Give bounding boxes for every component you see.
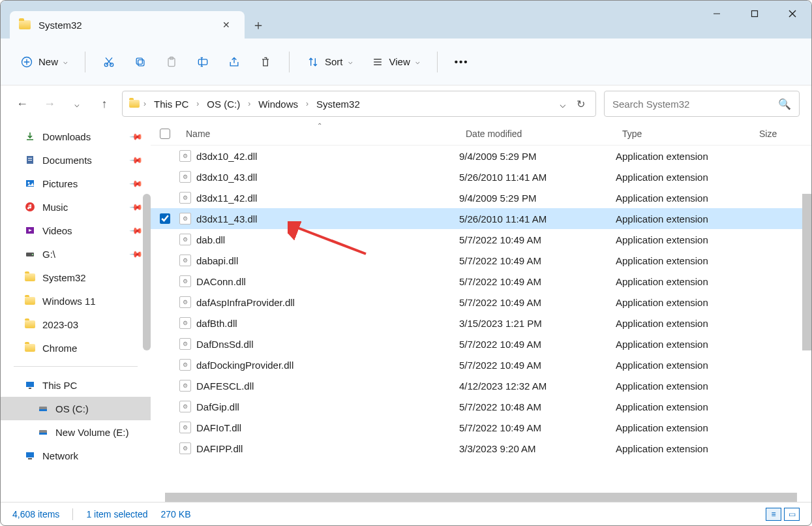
- file-name-cell[interactable]: ⚙DafDnsSd.dll: [179, 338, 459, 350]
- separator: [72, 508, 73, 520]
- download-icon: [24, 131, 36, 142]
- file-name-cell[interactable]: ⚙dafAspInfraProvider.dll: [179, 296, 459, 308]
- thumbnails-view-button[interactable]: ▭: [784, 508, 800, 521]
- search-icon[interactable]: 🔍: [778, 98, 791, 110]
- sidebar-item[interactable]: Videos📌: [1, 219, 151, 242]
- search-box[interactable]: 🔍: [604, 91, 800, 117]
- file-name-cell[interactable]: ⚙DAFESCL.dll: [179, 380, 459, 392]
- column-type[interactable]: Type: [616, 129, 753, 139]
- dll-file-icon: ⚙: [179, 234, 191, 245]
- details-view-button[interactable]: ≡: [766, 508, 781, 521]
- tab-close-button[interactable]: ✕: [217, 17, 235, 33]
- file-row[interactable]: ⚙DAFESCL.dll 4/12/2023 12:32 AM Applicat…: [151, 375, 811, 396]
- file-date-cell: 5/7/2022 10:49 AM: [459, 297, 616, 308]
- select-all-checkbox[interactable]: [151, 129, 179, 139]
- back-button[interactable]: ←: [12, 94, 32, 114]
- file-name-cell[interactable]: ⚙DafGip.dll: [179, 401, 459, 412]
- view-button[interactable]: View ⌵: [365, 52, 427, 72]
- sidebar-item[interactable]: Chrome: [1, 336, 151, 360]
- paste-button[interactable]: [158, 52, 185, 72]
- row-checkbox[interactable]: [151, 213, 179, 224]
- new-tab-button[interactable]: ＋: [245, 11, 272, 39]
- copy-button[interactable]: [127, 52, 153, 72]
- close-button[interactable]: [774, 1, 811, 27]
- cut-button[interactable]: [96, 52, 122, 72]
- file-name-cell[interactable]: ⚙d3dx11_42.dll: [179, 192, 459, 204]
- navigation-pane[interactable]: Downloads📌Documents📌Pictures📌Music📌Video…: [1, 122, 151, 502]
- file-row[interactable]: ⚙DafDnsSd.dll 5/7/2022 10:49 AM Applicat…: [151, 333, 811, 354]
- minimize-button[interactable]: [698, 1, 736, 27]
- sidebar-item[interactable]: Music📌: [1, 195, 151, 219]
- more-button[interactable]: •••: [448, 52, 475, 71]
- file-row[interactable]: ⚙DAFIoT.dll 5/7/2022 10:49 AM Applicatio…: [151, 417, 811, 438]
- rename-button[interactable]: [190, 52, 216, 72]
- sidebar-scrollbar[interactable]: [143, 194, 151, 350]
- refresh-button[interactable]: ↻: [573, 95, 589, 113]
- file-row[interactable]: ⚙dab.dll 5/7/2022 10:49 AM Application e…: [151, 229, 811, 250]
- share-button[interactable]: [221, 52, 247, 72]
- address-bar[interactable]: › This PC › OS (C:) › Windows › System32…: [122, 91, 596, 117]
- dll-file-icon: ⚙: [179, 296, 191, 308]
- file-name-cell[interactable]: ⚙dafDockingProvider.dll: [179, 359, 459, 371]
- new-button[interactable]: New ⌵: [14, 52, 74, 72]
- file-name-cell[interactable]: ⚙DAFIoT.dll: [179, 422, 459, 433]
- file-name-cell[interactable]: ⚙dab.dll: [179, 234, 459, 245]
- sidebar-item[interactable]: Documents📌: [1, 148, 151, 172]
- file-name-cell[interactable]: ⚙dafBth.dll: [179, 317, 459, 329]
- file-date-cell: 5/7/2022 10:49 AM: [459, 422, 616, 433]
- command-toolbar: New ⌵ Sort ⌵ View ⌵ •••: [1, 39, 811, 85]
- file-row[interactable]: ⚙d3dx11_42.dll 9/4/2009 5:29 PM Applicat…: [151, 187, 811, 208]
- file-row[interactable]: ⚙DafGip.dll 5/7/2022 10:48 AM Applicatio…: [151, 396, 811, 417]
- breadcrumb-system32[interactable]: System32: [312, 96, 364, 112]
- sidebar-item[interactable]: Pictures📌: [1, 172, 151, 195]
- address-dropdown-button[interactable]: ⌵: [556, 95, 570, 113]
- sidebar-item[interactable]: This PC: [1, 373, 151, 397]
- breadcrumb-os-c[interactable]: OS (C:): [203, 96, 244, 112]
- active-tab[interactable]: System32 ✕: [10, 11, 245, 39]
- pin-icon: 📌: [129, 200, 143, 214]
- file-name-cell[interactable]: ⚙d3dx11_43.dll: [179, 213, 459, 224]
- file-row[interactable]: ⚙d3dx10_42.dll 9/4/2009 5:29 PM Applicat…: [151, 146, 811, 166]
- breadcrumb-this-pc[interactable]: This PC: [150, 96, 192, 112]
- search-input[interactable]: [612, 99, 778, 110]
- file-name-cell[interactable]: ⚙DAFIPP.dll: [179, 442, 459, 454]
- recent-button[interactable]: ⌵: [67, 94, 87, 114]
- file-row[interactable]: ⚙dafDockingProvider.dll 5/7/2022 10:49 A…: [151, 354, 811, 375]
- forward-button[interactable]: →: [40, 94, 59, 114]
- file-row[interactable]: ⚙d3dx10_43.dll 5/26/2010 11:41 AM Applic…: [151, 166, 811, 187]
- file-name-cell[interactable]: ⚙DAConn.dll: [179, 275, 459, 287]
- file-row[interactable]: ⚙DAFIPP.dll 3/3/2023 9:20 AM Application…: [151, 438, 811, 459]
- sidebar-item[interactable]: Downloads📌: [1, 125, 151, 148]
- column-date[interactable]: Date modified: [459, 129, 616, 139]
- vertical-scrollbar[interactable]: [802, 194, 811, 350]
- file-name-cell[interactable]: ⚙d3dx10_43.dll: [179, 171, 459, 183]
- column-name[interactable]: ⌃Name: [179, 129, 459, 139]
- file-name-cell[interactable]: ⚙d3dx10_42.dll: [179, 150, 459, 162]
- sidebar-item[interactable]: OS (C:): [1, 397, 151, 420]
- up-button[interactable]: ↑: [95, 94, 114, 114]
- sort-button[interactable]: Sort ⌵: [300, 52, 359, 72]
- sidebar-item[interactable]: G:\📌: [1, 242, 151, 266]
- file-name: d3dx10_43.dll: [196, 172, 257, 183]
- file-row[interactable]: ⚙dafBth.dll 3/15/2023 1:21 PM Applicatio…: [151, 313, 811, 333]
- sidebar-item[interactable]: System32: [1, 266, 151, 289]
- sidebar-item[interactable]: Windows 11: [1, 289, 151, 313]
- sidebar-item-label: Music: [42, 202, 68, 213]
- breadcrumb-windows[interactable]: Windows: [254, 96, 302, 112]
- sidebar-item[interactable]: New Volume (E:): [1, 420, 151, 444]
- maximize-button[interactable]: [736, 1, 774, 27]
- file-row[interactable]: ⚙dabapi.dll 5/7/2022 10:49 AM Applicatio…: [151, 250, 811, 271]
- horizontal-scrollbar[interactable]: [165, 493, 797, 502]
- file-name: DAFIPP.dll: [196, 443, 243, 454]
- delete-button[interactable]: [252, 52, 278, 72]
- sidebar-item-label: System32: [42, 272, 86, 283]
- file-name: dabapi.dll: [196, 255, 238, 266]
- file-name-cell[interactable]: ⚙dabapi.dll: [179, 255, 459, 266]
- file-type-cell: Application extension: [616, 401, 753, 412]
- file-row[interactable]: ⚙d3dx11_43.dll 5/26/2010 11:41 AM Applic…: [151, 208, 811, 229]
- sidebar-item[interactable]: Network: [1, 444, 151, 467]
- sidebar-item[interactable]: 2023-03: [1, 313, 151, 336]
- file-row[interactable]: ⚙DAConn.dll 5/7/2022 10:49 AM Applicatio…: [151, 271, 811, 292]
- column-size[interactable]: Size: [753, 129, 798, 139]
- file-row[interactable]: ⚙dafAspInfraProvider.dll 5/7/2022 10:49 …: [151, 292, 811, 313]
